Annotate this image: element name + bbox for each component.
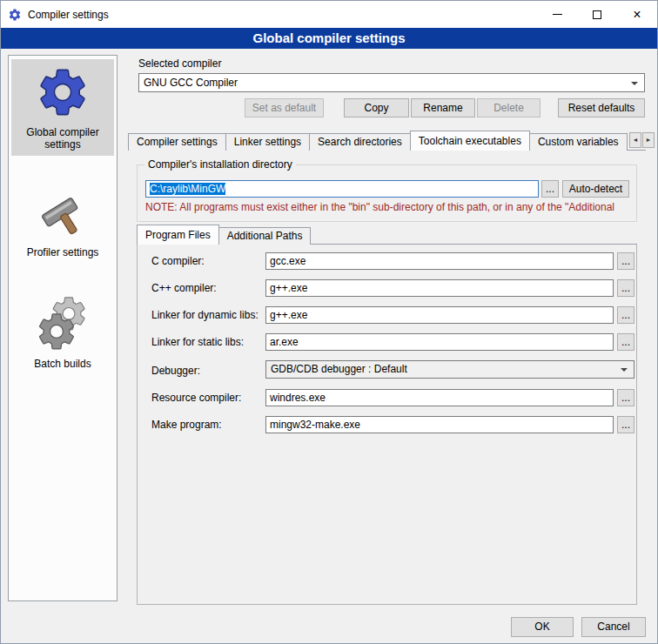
sidebar-item-label: Batch builds xyxy=(11,358,114,375)
minimize-button[interactable] xyxy=(537,1,577,28)
compiler-tabs: Compiler settings Linker settings Search… xyxy=(128,130,628,151)
compiler-settings-window: Compiler settings × Global compiler sett… xyxy=(0,0,658,644)
tab-program-files[interactable]: Program Files xyxy=(137,225,219,245)
tab-linker-settings[interactable]: Linker settings xyxy=(225,133,310,151)
minimize-icon xyxy=(553,14,562,15)
chevron-down-icon xyxy=(631,82,638,85)
dynamic-linker-input[interactable]: g++.exe xyxy=(265,306,614,324)
sidebar-item-label: Global compiler settings xyxy=(11,126,114,156)
rename-button[interactable]: Rename xyxy=(411,98,475,117)
resource-compiler-browse-button[interactable]: ... xyxy=(617,389,634,406)
cpp-compiler-label: C++ compiler: xyxy=(151,279,217,297)
close-icon: × xyxy=(633,8,641,22)
tab-toolchain-executables[interactable]: Toolchain executables xyxy=(410,131,530,151)
make-program-value: mingw32-make.exe xyxy=(270,419,360,431)
batch-gears-icon xyxy=(35,296,91,352)
debugger-value: GDB/CDB debugger : Default xyxy=(271,363,407,375)
make-program-browse-button[interactable]: ... xyxy=(617,416,634,433)
dynamic-linker-label: Linker for dynamic libs: xyxy=(151,306,258,324)
installation-directory-browse-button[interactable]: ... xyxy=(541,180,559,198)
debugger-dropdown[interactable]: GDB/CDB debugger : Default xyxy=(265,360,634,379)
cpp-compiler-browse-button[interactable]: ... xyxy=(617,279,634,297)
resource-compiler-label: Resource compiler: xyxy=(151,389,241,406)
window-title: Compiler settings xyxy=(28,9,109,21)
tab-scroll-left-button[interactable]: ◄ xyxy=(629,132,641,148)
ok-button[interactable]: OK xyxy=(511,617,574,637)
copy-button[interactable]: Copy xyxy=(344,98,409,117)
sidebar-item-global-compiler-settings[interactable]: Global compiler settings xyxy=(11,59,114,156)
debugger-label: Debugger: xyxy=(151,362,200,379)
installation-directory-input[interactable]: C:\raylib\MinGW xyxy=(145,180,539,198)
c-compiler-browse-button[interactable]: ... xyxy=(617,252,634,270)
c-compiler-input[interactable]: gcc.exe xyxy=(265,252,614,270)
cpp-compiler-input[interactable]: g++.exe xyxy=(265,279,614,297)
app-gear-icon xyxy=(8,8,22,22)
tab-search-directories[interactable]: Search directories xyxy=(309,133,411,151)
chevron-down-icon xyxy=(621,368,628,372)
gear-icon xyxy=(35,64,91,120)
installation-directory-value: C:\raylib\MinGW xyxy=(150,183,225,195)
profiler-hammer-icon xyxy=(35,184,91,240)
cancel-button[interactable]: Cancel xyxy=(581,617,646,637)
dynamic-linker-browse-button[interactable]: ... xyxy=(617,306,634,324)
dialog-header: Global compiler settings xyxy=(1,28,657,49)
cpp-compiler-value: g++.exe xyxy=(270,282,307,294)
sidebar-item-profiler-settings[interactable]: Profiler settings xyxy=(11,179,114,264)
sidebar-item-label: Profiler settings xyxy=(11,246,114,264)
tab-compiler-settings[interactable]: Compiler settings xyxy=(128,133,226,151)
close-button[interactable]: × xyxy=(617,1,657,28)
static-linker-browse-button[interactable]: ... xyxy=(617,333,634,351)
tab-build-options[interactable]: Buil xyxy=(627,133,628,151)
installation-directory-group-title: Compiler's installation directory xyxy=(144,158,296,171)
delete-button[interactable]: Delete xyxy=(477,98,540,117)
program-files-panel: C compiler: gcc.exe ... C++ compiler: g+… xyxy=(137,244,637,605)
static-linker-value: ar.exe xyxy=(270,336,299,348)
maximize-button[interactable] xyxy=(577,1,617,28)
window-controls: × xyxy=(537,1,657,28)
tab-scroll-right-button[interactable]: ► xyxy=(642,132,655,148)
static-linker-label: Linker for static libs: xyxy=(151,333,244,351)
reset-defaults-button[interactable]: Reset defaults xyxy=(558,98,645,117)
selected-compiler-label: Selected compiler xyxy=(138,57,221,70)
program-files-tabs: Program Files Additional Paths xyxy=(137,225,398,245)
c-compiler-value: gcc.exe xyxy=(270,255,306,267)
selected-compiler-dropdown[interactable]: GNU GCC Compiler xyxy=(138,73,645,92)
titlebar: Compiler settings × xyxy=(1,1,657,28)
set-as-default-button[interactable]: Set as default xyxy=(245,98,324,117)
static-linker-input[interactable]: ar.exe xyxy=(265,333,614,351)
sidebar-item-batch-builds[interactable]: Batch builds xyxy=(11,291,114,375)
selected-compiler-value: GNU GCC Compiler xyxy=(144,77,238,89)
resource-compiler-input[interactable]: windres.exe xyxy=(265,389,614,406)
auto-detect-button[interactable]: Auto-detect xyxy=(562,180,629,198)
maximize-icon xyxy=(593,10,601,19)
make-program-input[interactable]: mingw32-make.exe xyxy=(265,416,614,433)
tab-custom-variables[interactable]: Custom variables xyxy=(529,133,628,151)
resource-compiler-value: windres.exe xyxy=(270,392,326,404)
dynamic-linker-value: g++.exe xyxy=(270,309,307,321)
c-compiler-label: C compiler: xyxy=(151,252,205,270)
settings-category-list: Global compiler settings Profiler settin… xyxy=(8,55,118,601)
tab-additional-paths[interactable]: Additional Paths xyxy=(218,227,312,245)
installation-directory-note: NOTE: All programs must exist either in … xyxy=(145,201,633,213)
make-program-label: Make program: xyxy=(151,416,222,433)
